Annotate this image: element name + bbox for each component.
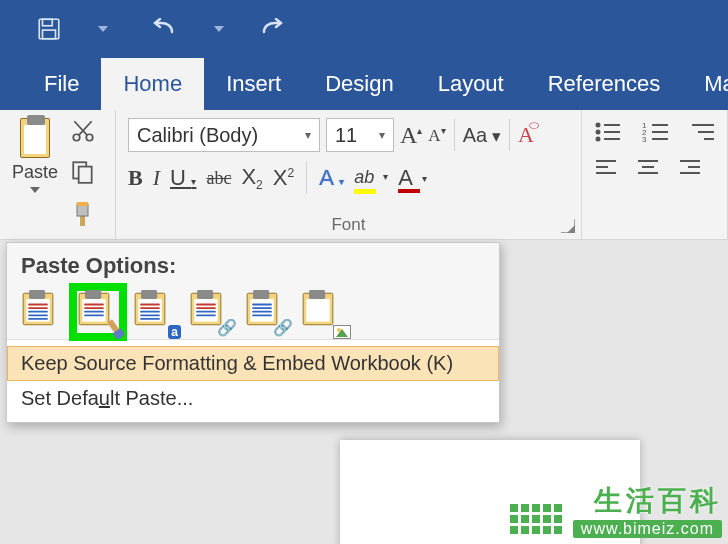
svg-rect-2 <box>43 30 56 39</box>
paste-options-title: Paste Options: <box>7 243 499 287</box>
tab-home[interactable]: Home <box>101 58 204 110</box>
paste-option-keep-source[interactable] <box>21 291 63 333</box>
save-button[interactable] <box>30 10 68 48</box>
copy-button[interactable] <box>70 158 96 186</box>
bold-button[interactable]: B <box>128 165 143 191</box>
numbering-button[interactable]: 123 <box>642 120 672 148</box>
set-default-paste[interactable]: Set Default Paste... <box>7 381 499 416</box>
save-dropdown[interactable] <box>84 10 122 48</box>
svg-marker-4 <box>214 26 224 32</box>
text-effects-button[interactable]: A ▾ <box>319 165 344 191</box>
separator <box>306 162 307 194</box>
svg-marker-3 <box>98 26 108 32</box>
svg-point-18 <box>597 138 600 141</box>
clear-format-button[interactable]: A⬭ <box>518 122 534 148</box>
cut-button[interactable] <box>70 118 96 144</box>
svg-rect-1 <box>43 19 53 26</box>
svg-point-14 <box>597 124 600 127</box>
underline-button[interactable]: U ▾ <box>170 165 196 191</box>
picture-icon <box>333 325 351 339</box>
undo-button[interactable] <box>146 10 184 48</box>
svg-text:3: 3 <box>642 135 647 144</box>
italic-button[interactable]: I <box>153 165 160 191</box>
tab-file[interactable]: File <box>22 58 101 110</box>
paste-options-panel: Paste Options: a 🔗 🔗 Keep Source Formatt… <box>6 242 500 423</box>
align-left-button[interactable] <box>594 158 618 184</box>
font-group: Calibri (Body) ▾ 11 ▾ A▴ A▾ Aa ▾ A⬭ B I … <box>116 110 582 239</box>
align-right-button[interactable] <box>678 158 702 184</box>
tab-design[interactable]: Design <box>303 58 415 110</box>
font-size-combo[interactable]: 11 ▾ <box>326 118 394 152</box>
strike-button[interactable]: abc <box>206 168 231 189</box>
paragraph-group: 123 <box>582 110 728 239</box>
clipboard-icon <box>20 118 50 158</box>
tab-mail[interactable]: Mail <box>682 58 728 110</box>
font-name-value: Calibri (Body) <box>137 124 258 147</box>
font-color-button[interactable]: A ▾ <box>398 165 413 191</box>
multilevel-button[interactable] <box>690 120 718 148</box>
font-group-label: Font <box>116 215 581 235</box>
redo-button[interactable] <box>254 10 292 48</box>
font-name-combo[interactable]: Calibri (Body) ▾ <box>128 118 320 152</box>
separator <box>509 119 510 151</box>
svg-point-16 <box>597 131 600 134</box>
paste-dropdown-arrow[interactable] <box>30 187 40 193</box>
watermark-domain: www.bimeiz.com <box>573 520 722 538</box>
watermark-title: 生活百科 <box>573 482 722 520</box>
link-icon: 🔗 <box>273 318 293 337</box>
svg-rect-13 <box>77 202 88 206</box>
undo-dropdown[interactable] <box>200 10 238 48</box>
chevron-down-icon: ▾ <box>373 128 385 142</box>
tab-layout[interactable]: Layout <box>416 58 526 110</box>
paste-options-row: a 🔗 🔗 <box>7 287 499 339</box>
link-icon: 🔗 <box>217 318 237 337</box>
paste-label: Paste <box>12 162 58 183</box>
grow-font-button[interactable]: A▴ <box>400 122 422 149</box>
paste-button[interactable]: Paste <box>8 118 62 193</box>
paste-option-picture[interactable] <box>301 291 343 333</box>
ribbon: Paste Calibri (Body) ▾ 11 ▾ <box>0 110 728 240</box>
paste-options-menu: Keep Source Formatting & Embed Workbook … <box>7 339 499 422</box>
letter-a-badge: a <box>168 325 181 339</box>
font-size-value: 11 <box>335 124 357 147</box>
shrink-font-button[interactable]: A▾ <box>428 125 445 146</box>
align-center-button[interactable] <box>636 158 660 184</box>
paste-option-link[interactable]: 🔗 <box>189 291 231 333</box>
quick-access-toolbar <box>0 0 728 58</box>
superscript-button[interactable]: X2 <box>273 165 294 191</box>
paste-option-keep-source-embed[interactable] <box>77 291 119 333</box>
format-painter-button[interactable] <box>70 200 96 228</box>
chevron-down-icon: ▾ <box>299 128 311 142</box>
highlight-button[interactable]: ab ▾ <box>354 163 376 194</box>
separator <box>454 119 455 151</box>
paste-option-link-dest[interactable]: 🔗 <box>245 291 287 333</box>
paste-option-dest-style[interactable]: a <box>133 291 175 333</box>
clipboard-group: Paste <box>0 110 116 239</box>
font-dialog-launcher[interactable] <box>561 219 575 233</box>
ribbon-tabs: File Home Insert Design Layout Reference… <box>0 58 728 110</box>
tab-references[interactable]: References <box>526 58 683 110</box>
change-case-button[interactable]: Aa ▾ <box>463 124 501 147</box>
bullets-button[interactable] <box>594 120 624 148</box>
tab-insert[interactable]: Insert <box>204 58 303 110</box>
paste-option-tooltip[interactable]: Keep Source Formatting & Embed Workbook … <box>7 346 499 381</box>
svg-rect-10 <box>79 167 92 183</box>
subscript-button[interactable]: X2 <box>241 164 262 192</box>
watermark: 生活百科 www.bimeiz.com <box>573 482 722 538</box>
